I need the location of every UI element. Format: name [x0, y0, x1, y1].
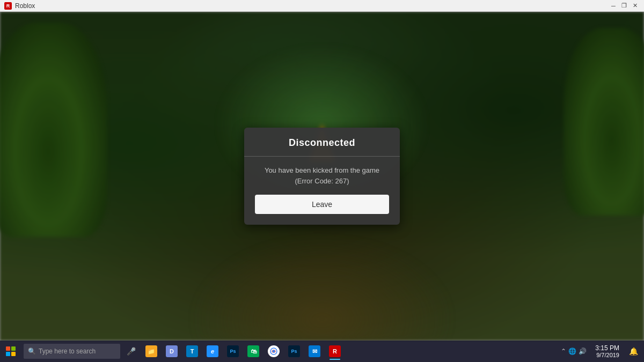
taskbar-app-discord[interactable]: D — [162, 342, 181, 361]
ie-icon: e — [207, 345, 218, 357]
chrome-icon — [268, 345, 280, 357]
clock-date: 9/7/2019 — [596, 352, 619, 358]
restore-button[interactable]: ❐ — [619, 2, 629, 10]
mail-icon: ✉ — [309, 345, 320, 357]
start-button[interactable] — [0, 341, 21, 362]
tray-volume-icon[interactable]: 🔊 — [579, 348, 587, 355]
titlebar-title: Roblox — [15, 2, 35, 10]
tray-network-icon[interactable]: 🌐 — [568, 348, 576, 355]
taskbar-app-ie[interactable]: e — [203, 342, 222, 361]
titlebar: R Roblox ─ ❐ ✕ — [0, 0, 644, 12]
roblox-taskbar-icon: R — [329, 345, 341, 357]
windows-icon — [6, 346, 16, 356]
taskbar-app-ps1[interactable]: Ps — [223, 342, 243, 361]
taskbar-app-chrome[interactable] — [264, 342, 283, 361]
dialog-body: You have been kicked from the game (Erro… — [244, 157, 400, 225]
dialog-title: Disconnected — [289, 137, 355, 148]
taskbar-app-shop[interactable]: 🛍 — [244, 342, 263, 361]
clock-time: 3:15 PM — [595, 344, 619, 352]
dialog-backdrop: Disconnected You have been kicked from t… — [0, 12, 644, 341]
win-square-green — [11, 346, 16, 351]
win-square-blue — [6, 352, 10, 356]
taskbar-right: ⌃ 🌐 🔊 3:15 PM 9/7/2019 🔔 — [558, 341, 644, 362]
taskbar-app-file-explorer[interactable]: 📁 — [142, 342, 161, 361]
trello-icon: T — [186, 345, 198, 357]
minimize-button[interactable]: ─ — [609, 2, 618, 10]
dialog-message-line2: (Error Code: 267) — [295, 177, 349, 185]
discord-icon: D — [166, 345, 178, 357]
dialog-header: Disconnected — [244, 128, 400, 157]
titlebar-controls: ─ ❐ ✕ — [609, 2, 640, 10]
taskbar-search-placeholder: Type here to search — [39, 348, 96, 355]
taskbar-mic-button[interactable]: 🎤 — [122, 343, 140, 360]
photoshop1-icon: Ps — [227, 345, 239, 357]
taskbar-app-ps2[interactable]: Ps — [284, 342, 304, 361]
file-explorer-icon: 📁 — [145, 345, 157, 357]
taskbar-apps: 📁 D T e Ps 🛍 Ps — [142, 342, 345, 361]
taskbar-search-icon: 🔍 — [28, 348, 36, 355]
roblox-icon: R — [4, 2, 12, 10]
tray-icons: ⌃ 🌐 🔊 — [558, 348, 590, 355]
close-button[interactable]: ✕ — [630, 2, 640, 10]
taskbar: 🔍 Type here to search 🎤 📁 D T e Ps 🛍 — [0, 341, 644, 362]
notification-button[interactable]: 🔔 — [625, 341, 642, 362]
taskbar-app-roblox[interactable]: R — [325, 342, 345, 361]
svg-point-1 — [273, 350, 275, 353]
win-square-red — [6, 346, 10, 351]
taskbar-app-mail[interactable]: ✉ — [305, 342, 324, 361]
taskbar-app-trello[interactable]: T — [182, 342, 202, 361]
taskbar-search-box[interactable]: 🔍 Type here to search — [24, 344, 120, 359]
tray-show-hidden[interactable]: ⌃ — [561, 348, 566, 355]
photoshop2-icon: Ps — [288, 345, 300, 357]
dialog-message: You have been kicked from the game (Erro… — [255, 165, 389, 186]
titlebar-left: R Roblox — [4, 2, 35, 10]
win-square-yellow — [11, 352, 16, 356]
leave-button[interactable]: Leave — [255, 195, 389, 214]
system-clock[interactable]: 3:15 PM 9/7/2019 — [591, 344, 624, 358]
dialog-message-line1: You have been kicked from the game — [265, 166, 379, 174]
shop-icon: 🛍 — [247, 345, 259, 357]
disconnected-dialog: Disconnected You have been kicked from t… — [244, 128, 400, 225]
